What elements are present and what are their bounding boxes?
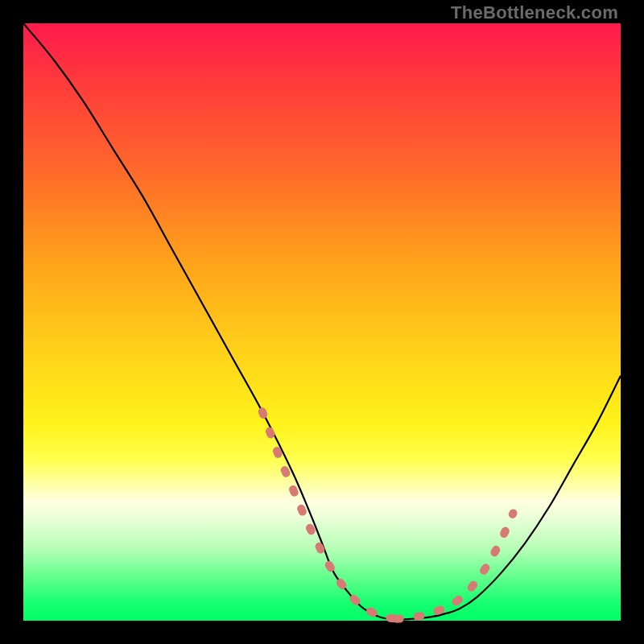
chart-frame: TheBottleneck.com xyxy=(0,0,644,644)
watermark-label: TheBottleneck.com xyxy=(451,2,618,23)
plot-area xyxy=(23,23,621,621)
